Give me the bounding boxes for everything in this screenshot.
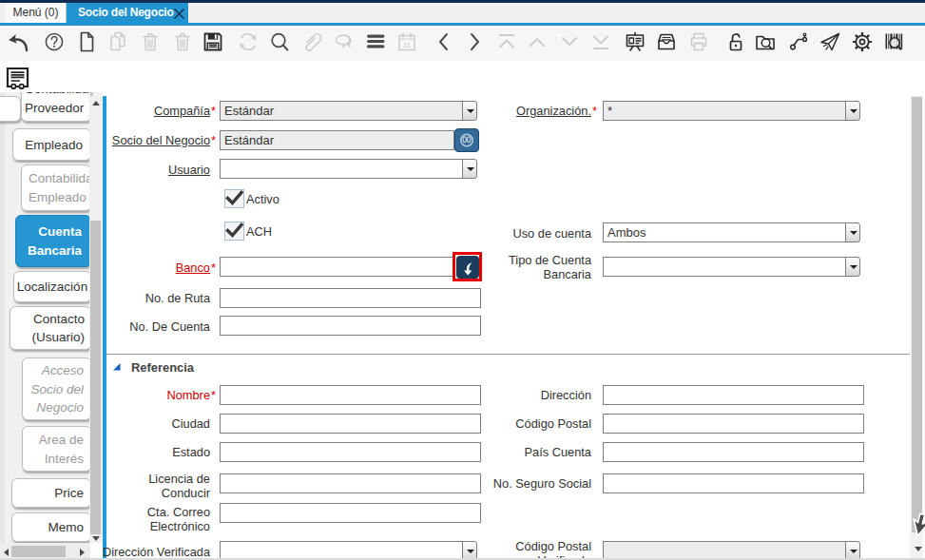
svg-text:31: 31 xyxy=(403,41,411,49)
